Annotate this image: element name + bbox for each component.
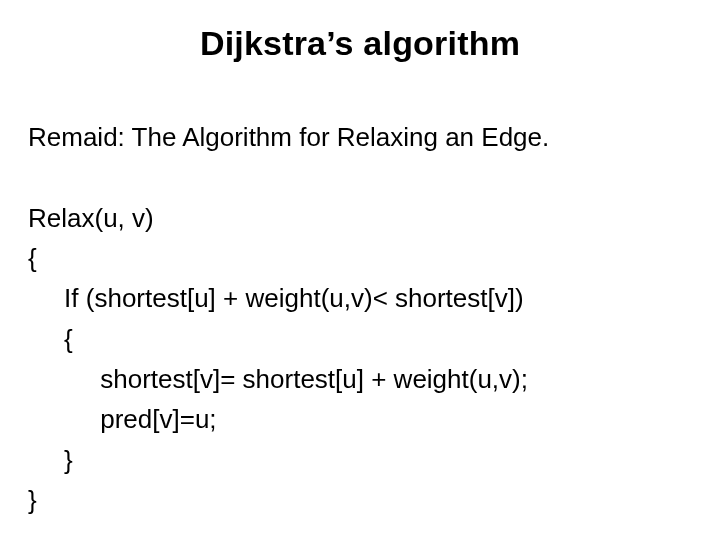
slide-title: Dijkstra’s algorithm <box>28 24 692 63</box>
code-line-4: { <box>28 324 73 354</box>
slide: Dijkstra’s algorithm Remaid: The Algorit… <box>0 0 720 540</box>
code-line-3: If (shortest[u] + weight(u,v)< shortest[… <box>28 283 524 313</box>
code-line-1: Relax(u, v) <box>28 203 154 233</box>
code-line-2: { <box>28 243 37 273</box>
code-line-7: } <box>28 445 73 475</box>
code-line-6: pred[v]=u; <box>28 404 217 434</box>
remark-text: Remaid: The Algorithm for Relaxing an Ed… <box>28 122 549 152</box>
code-line-5: shortest[v]= shortest[u] + weight(u,v); <box>28 364 528 394</box>
slide-body: Remaid: The Algorithm for Relaxing an Ed… <box>28 77 692 520</box>
code-line-8: } <box>28 485 37 515</box>
